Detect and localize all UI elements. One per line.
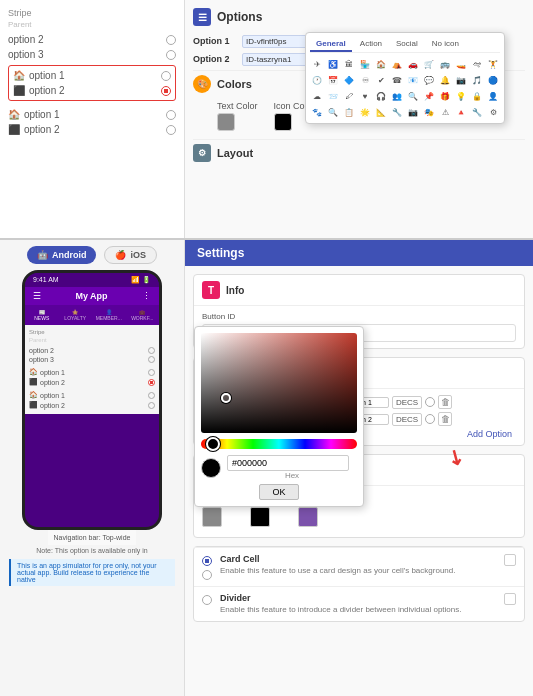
icon-cell[interactable]: 🎭 [422,105,436,119]
tab-general[interactable]: General [310,37,352,52]
icon-cell[interactable]: ⚠ [438,105,452,119]
card-cell-radio-selected[interactable] [202,556,212,566]
icon-cell[interactable]: 📌 [422,89,436,103]
icon-cell[interactable]: 🚤 [454,57,468,71]
icon-cell[interactable]: ♿ [326,57,340,71]
divider-radio-unselected[interactable] [202,595,212,605]
phone-tab-news[interactable]: 📰NEWS [25,307,59,323]
icon-cell[interactable]: 🚌 [438,57,452,71]
icon-cell[interactable]: 📐 [374,105,388,119]
icon-cell[interactable]: 🎧 [374,89,388,103]
icon-cell[interactable]: 🔒 [470,89,484,103]
icon-cell[interactable]: 🚗 [406,57,420,71]
icon-cell[interactable]: ☁ [310,89,324,103]
icon-cell[interactable]: 🏋 [486,57,500,71]
icon-picker-popup[interactable]: General Action Social No icon ✈ ♿ 🏛 🏪 🏠 … [305,32,505,124]
b-option1-radio[interactable] [166,110,176,120]
icon-cell[interactable]: 📧 [406,73,420,87]
icon-cell[interactable]: 🔵 [486,73,500,87]
tab-social[interactable]: Social [390,37,424,52]
icon-cell[interactable]: 🛒 [422,57,436,71]
icon-cell[interactable]: 🔍 [406,89,420,103]
opt2-id-input[interactable] [242,53,312,66]
icon-cell[interactable]: 👥 [390,89,404,103]
icon-cell[interactable]: 🐾 [310,105,324,119]
ios-tab[interactable]: 🍎 iOS [104,246,157,264]
s-opt2-delete[interactable]: 🗑 [438,412,452,426]
s-opt2-radio[interactable] [425,414,435,424]
icon-cell[interactable]: 🛩 [470,57,484,71]
icon-cell[interactable]: 💡 [454,89,468,103]
icon-cell[interactable]: ⛺ [390,57,404,71]
s-text-color-swatch[interactable] [202,507,222,527]
phone-opt3-radio[interactable] [148,356,155,363]
option2-radio[interactable] [166,35,176,45]
opt1-id-input[interactable] [242,35,312,48]
icon-cell[interactable]: 🕐 [310,73,324,87]
icon-cell[interactable]: 📨 [326,89,340,103]
hue-bar[interactable] [201,439,357,449]
phone-tab-member[interactable]: 👤MEMBER... [92,307,126,323]
gradient-cursor[interactable] [221,393,231,403]
icon-cell[interactable]: 🔧 [390,105,404,119]
icon-cell[interactable]: 🏪 [358,57,372,71]
icon-cell[interactable]: 🔍 [326,105,340,119]
icon-cell[interactable]: 🔧 [470,105,484,119]
phone-opt1-radio[interactable] [148,369,155,376]
s-opt1-delete[interactable]: 🗑 [438,395,452,409]
h-option1-radio[interactable] [161,71,171,81]
phone-opt2-radio[interactable] [148,347,155,354]
icon-cell[interactable]: 📷 [406,105,420,119]
icon-cell[interactable]: 📷 [454,73,468,87]
b-option2-label: option 2 [24,124,60,135]
phone-tab-workf[interactable]: 💼WORKF... [126,307,160,323]
android-tab[interactable]: 🤖 Android [27,246,97,264]
icon-cell[interactable]: 🖊 [342,89,356,103]
b-option2-radio[interactable] [166,125,176,135]
icon-color-swatch[interactable] [274,113,292,131]
icon-cell[interactable]: ✔ [374,73,388,87]
s-opt1-radio[interactable] [425,397,435,407]
icon-cell[interactable]: 🎵 [470,73,484,87]
icon-cell[interactable]: 🏛 [342,57,356,71]
color-picker-popup[interactable]: Hex OK [194,326,364,507]
icon-cell[interactable]: ⚙ [486,105,500,119]
icon-cell[interactable]: 🌟 [358,105,372,119]
hue-cursor[interactable] [206,437,220,451]
phone-mockup: 9:41 AM 📶 🔋 ☰ My App ⋮ 📰NEWS ⭐LOYALTY 👤M… [22,270,162,530]
nav-note-text: Navigation bar: Top-wide [54,534,131,541]
phone-opt1b-radio[interactable] [148,392,155,399]
card-cell-radio-unselected[interactable] [202,570,212,580]
phone-opt2b-radio[interactable] [148,402,155,409]
icon-cell[interactable]: 🔷 [342,73,356,87]
icon-cell[interactable]: ♥ [358,89,372,103]
text-color-swatch[interactable] [217,113,235,131]
icon-cell[interactable]: 🏠 [374,57,388,71]
tab-action[interactable]: Action [354,37,388,52]
ok-button[interactable]: OK [259,484,298,500]
phone-opt2-icon-radio[interactable] [148,379,155,386]
icon-cell[interactable]: 💬 [422,73,436,87]
icon-cell[interactable]: ✈ [310,57,324,71]
note-label: Note: This option is available only in [36,547,148,554]
icon-cell[interactable]: 🔺 [454,105,468,119]
tab-no-icon[interactable]: No icon [426,37,465,52]
icon-cell[interactable]: ♾ [358,73,372,87]
icon-cell[interactable]: 👤 [486,89,500,103]
icon-cell[interactable]: 🎁 [438,89,452,103]
phone-tab-loyalty[interactable]: ⭐LOYALTY [59,307,93,323]
card-cell-checkbox[interactable] [504,554,516,566]
s-icon-color-swatch[interactable] [250,507,270,527]
icon-cell[interactable]: ☎ [390,73,404,87]
option3-radio[interactable] [166,50,176,60]
hex-input[interactable] [227,455,349,471]
divider-checkbox[interactable] [504,593,516,605]
color-gradient[interactable] [201,333,357,433]
icon-cell[interactable]: 📋 [342,105,356,119]
settings-header: Settings [185,240,533,266]
info-title: Info [226,285,244,296]
icon-cell[interactable]: 🔔 [438,73,452,87]
icon-cell[interactable]: 📅 [326,73,340,87]
h-option2-radio[interactable] [161,86,171,96]
s-action-color-swatch[interactable] [298,507,318,527]
